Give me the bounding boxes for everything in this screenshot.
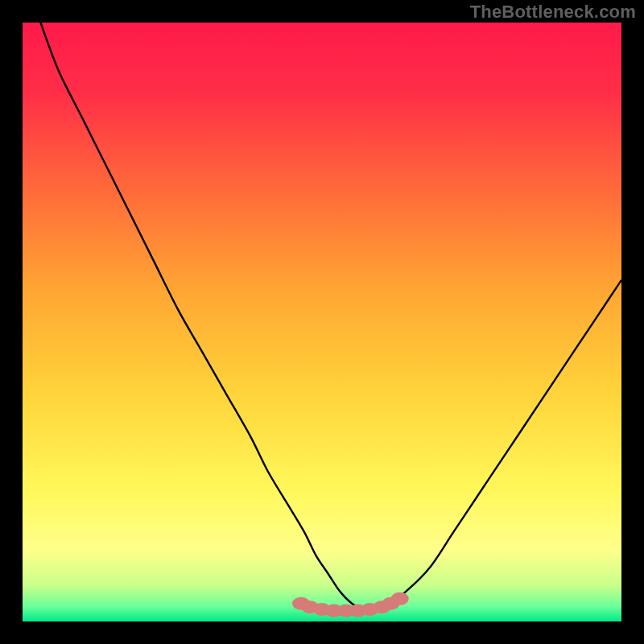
chart-svg: [23, 23, 621, 621]
gradient-background: [23, 23, 621, 621]
bottom-marker: [391, 592, 409, 605]
watermark-text: TheBottleneck.com: [470, 2, 636, 23]
chart-frame: TheBottleneck.com: [0, 0, 644, 644]
plot-area: [23, 23, 621, 621]
